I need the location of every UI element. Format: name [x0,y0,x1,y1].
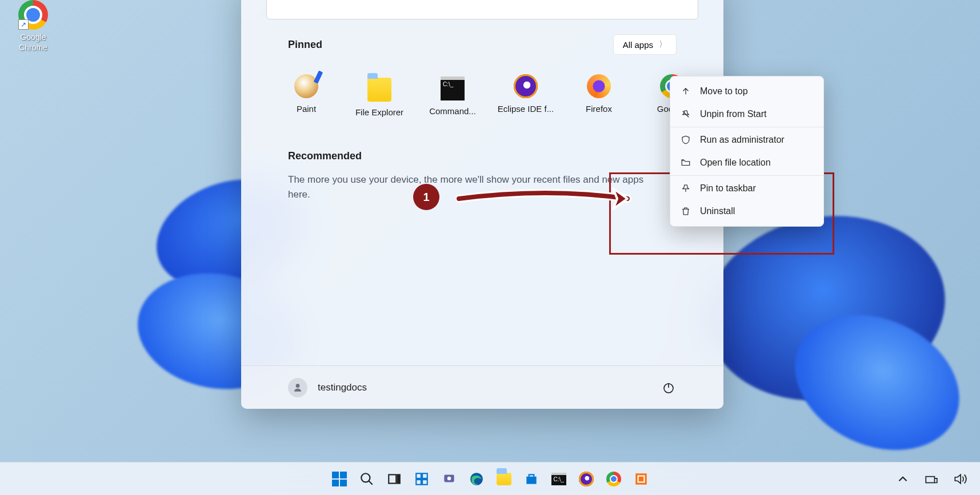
app-label: File Explorer [345,107,414,117]
ctx-label: Move to top [700,86,748,96]
pin-icon [681,183,691,194]
command-prompt-icon [441,77,465,100]
taskbar-volume-icon[interactable] [950,469,970,489]
taskbar-file-explorer[interactable] [494,469,514,489]
ctx-label: Run as administrator [700,135,785,145]
taskbar-task-view[interactable] [385,469,404,489]
taskbar-eclipse[interactable] [577,469,596,489]
power-button[interactable] [661,380,677,396]
start-menu-footer: testingdocs [241,365,723,409]
ctx-pin-to-taskbar[interactable]: Pin to taskbar [670,177,823,200]
pinned-app-file-explorer[interactable]: File Explorer [344,71,415,120]
taskbar-edge[interactable] [467,469,486,489]
ctx-unpin-from-start[interactable]: Unpin from Start [670,103,823,126]
unpin-icon [681,109,691,119]
taskbar-overflow[interactable] [893,469,913,489]
app-label: Eclipse IDE f... [491,104,560,114]
taskbar-widgets[interactable] [412,469,431,489]
pinned-app-eclipse[interactable]: Eclipse IDE f... [490,71,561,120]
taskbar-chrome[interactable]: .tb-icon .chrome-circle::before{width:10… [604,469,623,489]
svg-rect-5 [397,474,399,483]
taskbar-search-button[interactable] [357,469,377,489]
user-account-button[interactable]: testingdocs [288,378,367,397]
recommended-heading: Recommended [288,150,677,162]
app-label: Command... [418,106,487,116]
recommended-section: Recommended The more you use your device… [241,120,723,202]
svg-rect-6 [416,473,421,478]
taskbar-screenshot-tool[interactable] [631,469,651,489]
recommended-hint: The more you use your device, the more w… [288,172,665,202]
eclipse-icon [514,74,538,98]
ctx-run-as-admin[interactable]: Run as administrator [670,128,823,151]
svg-rect-13 [635,473,647,485]
taskbar-terminal[interactable] [549,469,569,489]
start-button[interactable] [330,469,349,489]
paint-icon [294,74,318,98]
ctx-label: Open file location [700,158,771,168]
folder-open-icon [681,158,691,168]
shortcut-overlay-icon: ↗ [18,19,29,30]
svg-rect-9 [422,480,427,485]
ctx-separator [670,175,823,176]
desktop-icon-chrome[interactable]: ↗ GoogleChrome [10,0,56,53]
svg-rect-7 [422,473,427,478]
all-apps-button[interactable]: All apps 〉 [613,34,677,55]
start-menu: Pinned All apps 〉 Paint File Explorer Co… [241,0,723,409]
search-input[interactable] [266,0,698,19]
ctx-label: Unpin from Start [700,109,766,119]
svg-rect-15 [926,476,934,482]
chevron-right-icon: 〉 [659,39,667,50]
ctx-label: Pin to taskbar [700,183,756,194]
svg-rect-8 [416,480,421,485]
chrome-icon: ↗ [18,0,48,30]
pinned-apps-grid: Paint File Explorer Command... Eclipse I… [241,55,723,120]
ctx-label: Uninstall [700,206,735,216]
svg-rect-4 [389,474,396,483]
pinned-heading: Pinned [288,39,322,51]
arrow-up-icon [681,86,691,96]
shield-icon [681,135,691,145]
ctx-uninstall[interactable]: Uninstall [670,200,823,223]
svg-point-11 [447,476,451,480]
ctx-move-to-top[interactable]: Move to top [670,80,823,103]
pinned-app-paint[interactable]: Paint [271,71,342,120]
firefox-icon [587,74,611,98]
app-label: Paint [272,104,341,114]
pinned-app-firefox[interactable]: Firefox [563,71,634,120]
desktop-icon-label: GoogleChrome [10,32,56,53]
svg-point-2 [361,473,370,482]
context-menu: Move to top Unpin from Start Run as admi… [670,76,824,227]
user-name-label: testingdocs [318,382,367,393]
file-explorer-icon [367,78,391,102]
pinned-app-command-prompt[interactable]: Command... [417,71,488,120]
app-label: Firefox [565,104,633,114]
taskbar-network-icon[interactable] [922,469,941,489]
taskbar-chat[interactable] [439,469,459,489]
svg-line-3 [369,481,373,485]
trash-icon [681,206,691,216]
ctx-open-file-location[interactable]: Open file location [670,151,823,174]
taskbar-store[interactable] [522,469,541,489]
avatar-icon [288,378,307,397]
all-apps-label: All apps [623,40,653,50]
taskbar: .tb-icon .chrome-circle::before{width:10… [0,462,980,495]
ctx-separator [670,127,823,127]
